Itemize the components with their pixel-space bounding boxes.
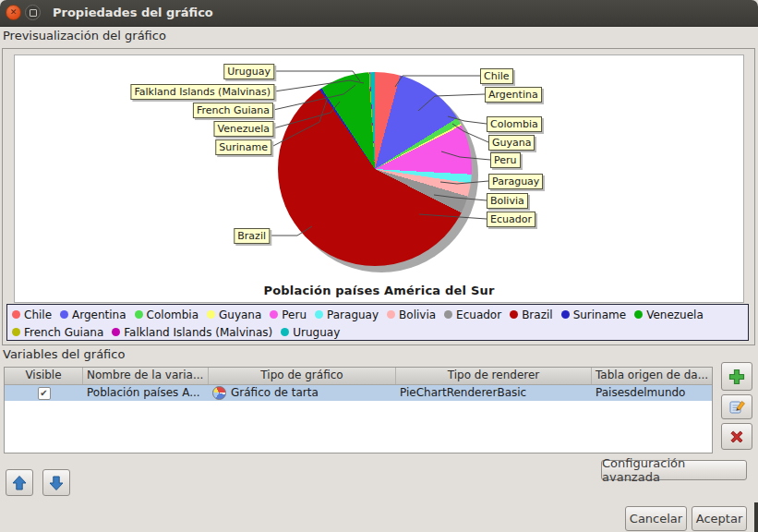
variables-section-label: Variables del gráfico [3,347,125,361]
preview-section-label: Previsualización del gráfico [3,29,166,42]
arrow-down-icon [48,475,65,491]
legend-item: Ecuador [444,306,501,323]
legend-dot-icon [315,310,323,319]
column-source-table[interactable]: Tabla origen de da... [592,368,712,384]
variables-table: Visible Nombre de la varia... Tipo de gr… [4,367,713,453]
pie-slice-label: Chile [480,68,513,84]
legend-item: French Guiana [12,323,103,341]
source-table-cell: Paisesdelmundo [592,385,712,401]
chart-title: Población países América del Sur [15,284,743,297]
pie-slice-label: Guyana [488,135,535,151]
legend-item: Argentina [60,306,126,323]
pie-slice-label: Falkland Islands (Malvinas) [130,84,274,100]
pie-slice-label: Venezuela [214,121,274,137]
table-header: Visible Nombre de la varia... Tipo de gr… [5,368,712,385]
visible-cell: ✔ [5,385,83,401]
legend-label: Chile [24,308,52,321]
legend-item: Paraguay [315,306,379,323]
cancel-button[interactable]: Cancelar [625,506,687,531]
column-chart-type[interactable]: Tipo de gráfico [209,368,396,384]
legend-item: Falkland Islands (Malvinas) [112,323,272,341]
maximize-icon[interactable] [25,5,41,20]
window-title: Propiedades del gráfico [53,0,213,25]
chart-type-text: Gráfico de tarta [231,385,319,401]
pie-graphic [278,72,472,266]
pie-slice-label: Peru [490,152,521,168]
pie-slice-label: Bolivia [487,193,528,209]
accept-button[interactable]: Aceptar [692,506,747,531]
legend-item: Peru [270,306,307,323]
advanced-config-button[interactable]: Configuración avanzada [601,460,747,480]
pie-chart-icon [212,386,226,400]
legend-dot-icon [561,310,570,319]
pie-slice-label: Brazil [234,228,270,244]
legend-dot-icon [135,310,143,319]
legend-item: Venezuela [634,306,704,323]
column-visible[interactable]: Visible [5,368,83,384]
legend-dot-icon [634,310,643,319]
variable-name-cell: Población países A... [83,385,209,401]
plus-icon [728,368,746,386]
legend-label: Brazil [522,308,553,321]
legend-item: Brazil [510,306,553,323]
delete-x-icon [728,428,746,446]
legend-label: Venezuela [646,308,704,321]
legend-item: Suriname [561,306,627,323]
legend-dot-icon [12,328,20,336]
table-row[interactable]: ✔ Población países A... Gráfico de tarta… [5,385,712,401]
legend-dot-icon [12,310,20,319]
legend-label: Suriname [573,308,627,321]
legend-label: Uruguay [293,326,340,339]
pie-slice-label: French Guiana [193,103,273,118]
visible-checkbox[interactable]: ✔ [38,387,51,400]
chart-type-cell: Gráfico de tarta [209,385,396,401]
legend-dot-icon [281,328,289,336]
legend-dot-icon [270,310,278,319]
legend-label: Colombia [147,308,199,321]
legend-dot-icon [444,310,452,319]
legend-item: Chile [12,306,52,323]
edit-icon [728,398,746,416]
chart-legend: ChileArgentinaColombiaGuyanaPeruParaguay… [6,304,749,341]
legend-dot-icon [112,328,120,336]
pie-slice-label: Uruguay [223,64,274,79]
close-icon[interactable] [6,5,21,20]
move-down-button[interactable] [42,469,70,496]
pie-slice-label: Suriname [215,139,271,155]
arrow-up-icon [11,475,28,491]
legend-dot-icon [387,310,395,319]
legend-label: Ecuador [456,308,501,321]
pie-slice-label: Argentina [485,87,542,103]
legend-label: Peru [282,308,307,321]
renderer-cell: PieChartRendererBasic [396,385,592,401]
legend-label: Bolivia [399,308,436,321]
pie-slice-label: Colombia [487,116,542,132]
legend-label: Guyana [219,308,261,321]
pie-slice-label: Ecuador [487,212,535,227]
column-name[interactable]: Nombre de la varia... [83,368,209,384]
add-variable-button[interactable] [721,362,752,391]
chart-properties-dialog: { "window": { "title": "Propiedades del … [0,0,758,532]
pie-slice-label: Paraguay [488,174,543,189]
legend-dot-icon [510,310,518,319]
move-up-button[interactable] [6,469,33,496]
legend-dot-icon [60,310,68,319]
legend-label: Argentina [72,308,126,321]
legend-label: French Guiana [24,326,103,339]
pie-chart: ChileArgentinaColombiaGuyanaPeruParaguay… [15,55,743,302]
delete-variable-button[interactable] [721,423,752,450]
chart-canvas: ChileArgentinaColombiaGuyanaPeruParaguay… [14,54,744,303]
window-edge [754,502,758,532]
legend-label: Falkland Islands (Malvinas) [124,326,272,339]
legend-dot-icon [207,310,215,319]
title-bar: Propiedades del gráfico [0,0,758,27]
legend-label: Paraguay [327,308,379,321]
edit-variable-button[interactable] [721,394,752,419]
chart-preview-panel: ChileArgentinaColombiaGuyanaPeruParaguay… [2,48,755,345]
legend-item: Bolivia [387,306,436,323]
column-renderer[interactable]: Tipo de renderer [396,368,592,384]
legend-item: Uruguay [281,323,340,341]
legend-item: Colombia [135,306,199,323]
legend-item: Guyana [207,306,261,323]
